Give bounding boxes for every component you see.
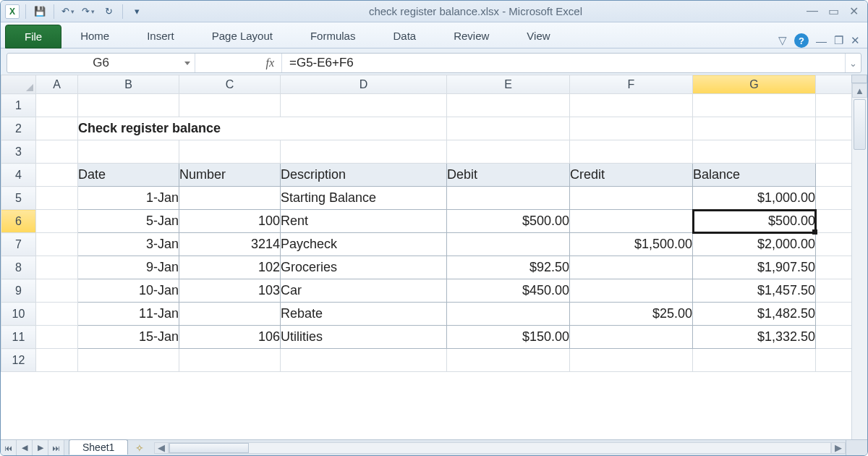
tab-data[interactable]: Data [374, 24, 435, 48]
cell[interactable]: Car [281, 279, 447, 303]
row-header[interactable]: 10 [1, 303, 36, 326]
vertical-split-handle[interactable] [851, 75, 867, 83]
tab-nav-last[interactable]: ⏭ [48, 440, 64, 455]
scroll-up-icon[interactable]: ▲ [852, 83, 867, 98]
cell[interactable]: 3-Jan [78, 233, 179, 256]
cell[interactable]: 10-Jan [78, 279, 179, 303]
row-header[interactable]: 8 [1, 256, 36, 279]
new-sheet-icon[interactable]: ✧ [135, 440, 144, 455]
cell[interactable]: Groceries [281, 256, 447, 279]
row-header[interactable]: 12 [1, 349, 36, 372]
col-header-A[interactable]: A [36, 75, 78, 94]
cell[interactable]: $1,332.50 [693, 326, 816, 349]
cell[interactable]: $1,500.00 [570, 233, 693, 256]
cell[interactable]: $500.00 [447, 210, 570, 233]
cell[interactable]: 100 [179, 210, 281, 233]
cell[interactable]: $92.50 [447, 256, 570, 279]
table-header[interactable]: Debit [447, 164, 570, 187]
row-header[interactable]: 1 [1, 94, 36, 117]
scroll-right-icon[interactable]: ▶ [831, 442, 846, 454]
save-button[interactable]: 💾 [32, 4, 48, 20]
table-header[interactable]: Date [78, 164, 179, 187]
cell[interactable]: Utilities [281, 326, 447, 349]
close-button[interactable]: ✕ [849, 4, 859, 18]
minimize-button[interactable]: — [807, 4, 818, 18]
cell[interactable]: 11-Jan [78, 303, 179, 326]
redo-button[interactable]: ↷ [80, 4, 96, 20]
cell[interactable]: 5-Jan [78, 210, 179, 233]
sheet-title[interactable]: Check register balance [78, 117, 447, 140]
cell[interactable] [447, 187, 570, 210]
cell[interactable]: $1,907.50 [693, 256, 816, 279]
cell[interactable] [570, 279, 693, 303]
tab-nav-prev[interactable]: ◀ [17, 440, 33, 455]
select-all-corner[interactable] [1, 75, 36, 94]
col-header-E[interactable]: E [447, 75, 570, 94]
workbook-close-icon[interactable]: ✕ [851, 34, 860, 47]
cell[interactable] [570, 256, 693, 279]
cell[interactable]: 3214 [179, 233, 281, 256]
formula-expand-icon[interactable]: ⌄ [845, 54, 861, 72]
help-icon[interactable]: ? [794, 33, 809, 48]
tab-nav-next[interactable]: ▶ [33, 440, 48, 455]
col-header-G[interactable]: G [693, 75, 816, 94]
ribbon-minimize-icon[interactable]: ▽ [778, 34, 787, 47]
cell[interactable]: $1,000.00 [693, 187, 816, 210]
maximize-button[interactable]: ▭ [828, 4, 839, 18]
row-header[interactable]: 6 [1, 210, 36, 233]
cell[interactable]: $1,457.50 [693, 279, 816, 303]
cell[interactable]: Rent [281, 210, 447, 233]
row-header[interactable]: 4 [1, 164, 36, 187]
active-cell[interactable]: $500.00 [693, 210, 816, 233]
scroll-left-icon[interactable]: ◀ [154, 442, 169, 454]
row-header[interactable]: 2 [1, 117, 36, 140]
scroll-thumb[interactable] [854, 99, 866, 150]
horizontal-scrollbar[interactable]: ◀ ▶ [154, 440, 846, 455]
name-box[interactable]: G6 [7, 54, 195, 72]
spreadsheet-grid[interactable]: A B C D E F G H 1 2 Check re [1, 75, 867, 372]
tab-insert[interactable]: Insert [128, 24, 193, 48]
row-header[interactable]: 9 [1, 279, 36, 303]
col-header-C[interactable]: C [179, 75, 281, 94]
col-header-D[interactable]: D [281, 75, 447, 94]
cell[interactable] [447, 233, 570, 256]
cell[interactable]: $1,482.50 [693, 303, 816, 326]
row-header[interactable]: 3 [1, 140, 36, 164]
col-header-F[interactable]: F [570, 75, 693, 94]
cell[interactable] [179, 187, 281, 210]
cell[interactable]: $150.00 [447, 326, 570, 349]
vertical-scrollbar[interactable]: ▲ [851, 83, 867, 439]
refresh-button[interactable]: ↻ [101, 4, 116, 20]
row-header[interactable]: 11 [1, 326, 36, 349]
table-header[interactable]: Number [179, 164, 281, 187]
cell[interactable] [447, 303, 570, 326]
file-tab[interactable]: File [5, 25, 61, 48]
tab-view[interactable]: View [508, 24, 569, 48]
cell[interactable]: $450.00 [447, 279, 570, 303]
scroll-thumb[interactable] [169, 443, 249, 453]
cell[interactable]: $25.00 [570, 303, 693, 326]
tab-formulas[interactable]: Formulas [292, 24, 375, 48]
fx-icon[interactable]: fx [265, 56, 274, 69]
cell[interactable]: 106 [179, 326, 281, 349]
cell[interactable] [179, 303, 281, 326]
horizontal-split-handle[interactable] [846, 440, 867, 455]
sheet-tab[interactable]: Sheet1 [69, 439, 128, 455]
table-header[interactable]: Balance [693, 164, 816, 187]
row-header[interactable]: 5 [1, 187, 36, 210]
tab-nav-first[interactable]: ⏮ [1, 440, 17, 455]
cell[interactable]: 1-Jan [78, 187, 179, 210]
cell[interactable] [570, 210, 693, 233]
qat-customize[interactable]: ▾ [129, 4, 145, 20]
table-header[interactable]: Credit [570, 164, 693, 187]
cell[interactable]: 103 [179, 279, 281, 303]
cell[interactable]: Rebate [281, 303, 447, 326]
cell[interactable]: Starting Balance [281, 187, 447, 210]
cell[interactable]: 15-Jan [78, 326, 179, 349]
tab-review[interactable]: Review [435, 24, 508, 48]
cell[interactable]: 102 [179, 256, 281, 279]
workbook-restore-icon[interactable]: ❐ [834, 34, 843, 47]
col-header-B[interactable]: B [78, 75, 179, 94]
undo-button[interactable]: ↶ [60, 4, 76, 20]
cell[interactable] [570, 326, 693, 349]
